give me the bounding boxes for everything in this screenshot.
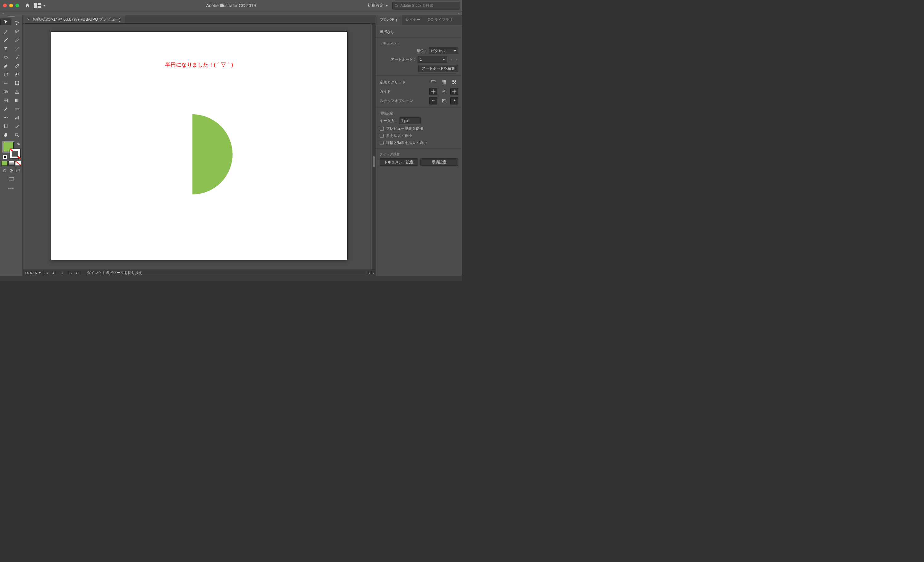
svg-rect-52 — [453, 81, 454, 82]
window-zoom-button[interactable] — [15, 4, 19, 7]
next-artboard-button[interactable]: ▸ — [69, 271, 74, 275]
tab-cc-libraries[interactable]: CC ライブラリ — [424, 15, 456, 25]
scrollbar-thumb[interactable] — [373, 156, 375, 167]
eyedropper-tool[interactable] — [0, 105, 11, 114]
first-artboard-button[interactable]: I◂ — [44, 271, 50, 275]
toolbox-grip[interactable] — [8, 16, 15, 17]
arrange-documents-button[interactable] — [34, 3, 46, 8]
svg-rect-24 — [17, 108, 18, 110]
next-artboard-icon[interactable]: ▸ — [455, 58, 458, 61]
title-bar: Adobe Illustrator CC 2019 初期設定 Adobe Sto… — [0, 0, 462, 11]
close-tab-icon[interactable]: × — [27, 17, 30, 22]
color-mode-button[interactable] — [2, 161, 8, 166]
chevron-left-icon[interactable]: « — [3, 12, 4, 15]
document-tab[interactable]: × 名称未設定-1* @ 66.67% (RGB/GPU プレビュー) — [23, 15, 125, 23]
zoom-dropdown[interactable]: 66.67% — [23, 270, 44, 276]
artboard-select[interactable]: 1 — [418, 56, 447, 63]
svg-rect-53 — [455, 81, 456, 82]
default-fill-stroke-icon[interactable] — [3, 155, 7, 159]
h-scroll-right[interactable]: ▸ — [371, 271, 376, 275]
shaper-tool[interactable] — [0, 61, 11, 70]
grid-icon[interactable] — [440, 79, 448, 86]
snap-options-label: スナップオプション — [380, 98, 427, 103]
eraser-tool[interactable] — [11, 61, 22, 70]
preferences-button[interactable]: 環境設定 — [420, 158, 459, 166]
paintbrush-tool[interactable] — [11, 53, 22, 61]
last-artboard-button[interactable]: ▸I — [74, 271, 81, 275]
artboard-number[interactable]: 1 — [56, 271, 69, 275]
scale-corners-checkbox[interactable]: 角を拡大・縮小 — [380, 133, 458, 138]
prev-artboard-button[interactable]: ◂ — [50, 271, 56, 275]
hand-tool[interactable] — [0, 131, 11, 139]
preview-bounds-checkbox[interactable]: プレビュー境界を使用 — [380, 126, 458, 131]
scale-tool[interactable] — [11, 70, 22, 79]
snap-to-grid-icon[interactable] — [440, 97, 448, 105]
magic-wand-tool[interactable] — [0, 27, 11, 36]
free-transform-tool[interactable] — [11, 79, 22, 88]
canvas[interactable]: 半円になりました！( ´ ▽ ` ) — [23, 24, 376, 270]
shape-builder-tool[interactable] — [0, 88, 11, 96]
edit-toolbar-button[interactable]: ••• — [8, 187, 15, 191]
zoom-tool[interactable] — [11, 131, 22, 139]
swap-fill-stroke-icon[interactable] — [16, 142, 21, 147]
slice-tool[interactable] — [11, 122, 22, 131]
snap-to-point-icon[interactable] — [429, 97, 437, 105]
chevron-down-icon — [43, 5, 46, 6]
unit-select[interactable]: ピクセル — [429, 48, 458, 54]
direct-selection-tool[interactable] — [11, 18, 22, 27]
tab-layers[interactable]: レイヤー — [402, 15, 424, 25]
key-input-value: 1 px — [401, 119, 408, 123]
draw-normal-icon[interactable] — [2, 168, 8, 173]
lock-guides-icon[interactable] — [440, 88, 448, 95]
none-mode-button[interactable] — [15, 161, 21, 166]
tab-properties[interactable]: プロパティ — [376, 15, 402, 25]
mesh-tool[interactable] — [0, 96, 11, 105]
line-segment-tool[interactable] — [11, 44, 22, 53]
screen-mode-button[interactable] — [9, 177, 14, 182]
half-circle-shape[interactable] — [192, 114, 232, 194]
document-section-label: ドキュメント — [380, 41, 458, 46]
workspace-switcher[interactable]: 初期設定 — [365, 1, 390, 9]
gradient-mode-button[interactable] — [8, 161, 15, 166]
draw-behind-icon[interactable] — [8, 168, 15, 173]
blend-tool[interactable] — [11, 105, 22, 114]
stock-search-input[interactable]: Adobe Stock を検索 — [392, 2, 460, 9]
h-scroll-left[interactable]: ◂ — [367, 271, 371, 275]
show-guides-icon[interactable] — [429, 88, 437, 95]
selection-tool[interactable] — [0, 18, 11, 25]
gradient-tool[interactable] — [11, 96, 22, 105]
fill-stroke-swatch[interactable] — [2, 142, 21, 159]
column-graph-tool[interactable] — [11, 114, 22, 122]
document-setup-button[interactable]: ドキュメント設定 — [380, 158, 418, 166]
edit-artboards-button[interactable]: アートボードを編集 — [418, 65, 458, 72]
width-tool[interactable] — [0, 79, 11, 88]
snap-to-pixel-icon[interactable] — [450, 97, 458, 105]
draw-inside-icon[interactable] — [15, 168, 21, 173]
prev-artboard-icon[interactable]: ◂ — [450, 58, 453, 61]
window-minimize-button[interactable] — [9, 4, 13, 7]
rotate-tool[interactable] — [0, 70, 11, 79]
artboard-tool[interactable] — [0, 122, 11, 131]
window-close-button[interactable] — [3, 4, 7, 7]
stroke-swatch[interactable] — [9, 148, 21, 159]
chevron-right-icon[interactable]: » — [458, 12, 459, 15]
type-tool[interactable] — [0, 44, 11, 53]
pen-tool[interactable] — [0, 36, 11, 44]
scale-strokes-checkbox[interactable]: 線幅と効果を拡大・縮小 — [380, 140, 458, 145]
perspective-grid-tool[interactable] — [11, 88, 22, 96]
status-text: ダイレクト選択ツールを切り換え — [87, 270, 142, 275]
svg-rect-31 — [18, 116, 18, 120]
artboard[interactable]: 半円になりました！( ´ ▽ ` ) — [51, 32, 347, 260]
ruler-icon[interactable] — [429, 79, 437, 86]
curvature-tool[interactable] — [11, 36, 22, 44]
svg-rect-2 — [38, 6, 41, 8]
lasso-tool[interactable] — [11, 27, 22, 36]
ellipse-tool[interactable] — [0, 53, 11, 61]
svg-line-6 — [15, 47, 18, 51]
home-icon[interactable] — [25, 3, 30, 8]
key-input-field[interactable]: 1 px — [399, 117, 421, 124]
vertical-scrollbar[interactable] — [372, 24, 376, 270]
smart-guides-icon[interactable] — [450, 88, 458, 95]
symbol-sprayer-tool[interactable] — [0, 114, 11, 122]
transparency-grid-icon[interactable] — [450, 79, 458, 86]
